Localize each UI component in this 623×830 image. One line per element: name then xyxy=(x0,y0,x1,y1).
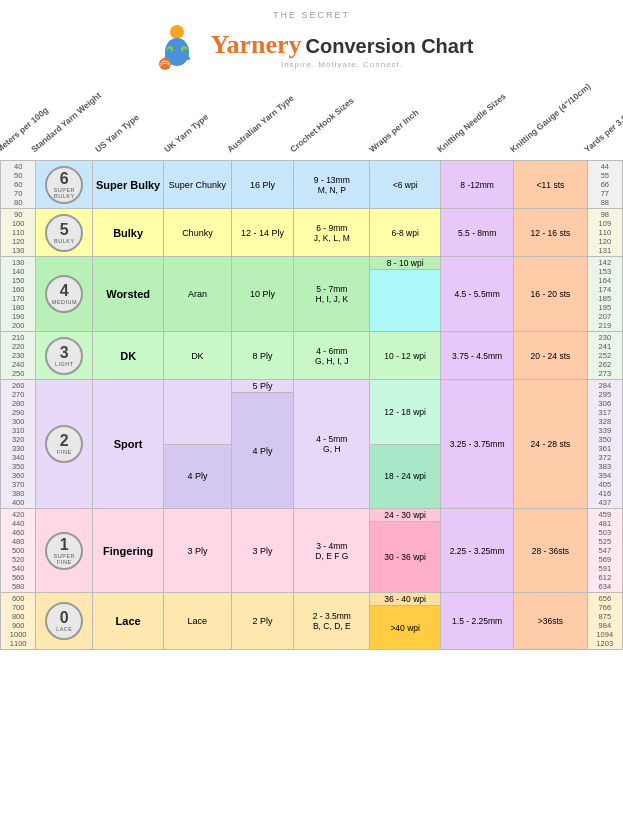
header: THE SECRET Yarnery Conversion Chart xyxy=(0,0,623,82)
icon-sport: 2 FINE xyxy=(36,380,93,509)
svg-point-6 xyxy=(159,58,171,70)
wpi-sp-bottom: 18 - 24 wpi xyxy=(370,444,441,509)
meters-w: 130140150160170180190200 xyxy=(1,257,36,332)
crochet-w: 5 - 7mmH, I, J, K xyxy=(294,257,370,332)
us-yarn-f: Fingering xyxy=(93,509,164,593)
wpi-w2 xyxy=(370,270,441,332)
tagline: Inspire. Motivate. Connect. xyxy=(211,60,474,69)
uk-yarn-f: 3 Ply xyxy=(163,509,231,593)
meters-b: 90100110120130 xyxy=(1,209,36,257)
uk-yarn-l: Lace xyxy=(163,593,231,650)
au-yarn-sp-bottom: 4 Ply xyxy=(231,393,293,509)
needle-dk: 3.75 - 4.5mm xyxy=(440,332,513,380)
wpi-w: 8 - 10 wpi xyxy=(370,257,441,270)
uk-yarn-sb: Super Chunky xyxy=(163,161,231,209)
uk-yarn-sp-top xyxy=(163,380,231,445)
icon-dk: 3 LIGHT xyxy=(36,332,93,380)
yards-w: 142153164174185195207219 xyxy=(587,257,622,332)
meters-f: 420440460480500520540560580 xyxy=(1,509,36,593)
us-yarn-sb: Super Bulky xyxy=(93,161,164,209)
gauge-w: 16 - 20 sts xyxy=(514,257,587,332)
uk-yarn-w: Aran xyxy=(163,257,231,332)
crochet-f: 3 - 4mmD, E F G xyxy=(294,509,370,593)
gauge-b: 12 - 16 sts xyxy=(514,209,587,257)
col-header-uk-yarn: UK Yarn Type xyxy=(159,112,213,160)
crochet-l: 2 - 3.5mmB, C, D, E xyxy=(294,593,370,650)
crochet-sp: 4 - 5mmG, H xyxy=(294,380,370,509)
needle-w: 4.5 - 5.5mm xyxy=(440,257,513,332)
page-wrapper: THE SECRET Yarnery Conversion Chart xyxy=(0,0,623,650)
wpi-dk: 10 - 12 wpi xyxy=(370,332,441,380)
logo-icon xyxy=(150,22,205,77)
gauge-dk: 20 - 24 sts xyxy=(514,332,587,380)
icon-worsted: 4 MEDIUM xyxy=(36,257,93,332)
col-header-us-yarn: US Yarn Type xyxy=(90,112,143,160)
uk-yarn-sp-bottom: 4 Ply xyxy=(163,444,231,509)
au-yarn-l: 2 Ply xyxy=(231,593,293,650)
meters-dk: 210220230240250 xyxy=(1,332,36,380)
wpi-l-bottom: >40 wpi xyxy=(370,606,441,650)
icon-super-bulky: 6 SUPER BULKY xyxy=(36,161,93,209)
meters-l: 60070080090010001100 xyxy=(1,593,36,650)
yards-sb: 4455667788 xyxy=(587,161,622,209)
crochet-b: 6 - 9mmJ, K, L, M xyxy=(294,209,370,257)
yards-sp: 2842953063173283393503613723833944054164… xyxy=(587,380,622,509)
needle-sb: 8 -12mm xyxy=(440,161,513,209)
yards-dk: 230241252262273 xyxy=(587,332,622,380)
wpi-b: 6-8 wpi xyxy=(370,209,441,257)
au-yarn-w: 10 Ply xyxy=(231,257,293,332)
gauge-l: >36sts xyxy=(514,593,587,650)
svg-point-0 xyxy=(170,25,184,39)
wpi-f-bottom: 30 - 36 wpi xyxy=(370,522,441,593)
meters-sp: 2602702802903003103203303403503603703804… xyxy=(1,380,36,509)
the-secret-text: THE SECRET xyxy=(0,10,623,20)
needle-b: 5.5 - 8mm xyxy=(440,209,513,257)
wpi-sp-top: 12 - 18 wpi xyxy=(370,380,441,445)
needle-f: 2.25 - 3.25mm xyxy=(440,509,513,593)
chart-title: Conversion Chart xyxy=(306,35,474,58)
gauge-f: 28 - 36sts xyxy=(514,509,587,593)
us-yarn-l: Lace xyxy=(93,593,164,650)
icon-lace: 0 LACE xyxy=(36,593,93,650)
gauge-sp: 24 - 28 sts xyxy=(514,380,587,509)
icon-fingering: 1 SUPER FINE xyxy=(36,509,93,593)
crochet-sb: 9 - 13mmM, N, P xyxy=(294,161,370,209)
au-yarn-sp-top: 5 Ply xyxy=(231,380,293,393)
us-yarn-b: Bulky xyxy=(93,209,164,257)
needle-sp: 3.25 - 3.75mm xyxy=(440,380,513,509)
icon-bulky: 5 BULKY xyxy=(36,209,93,257)
crochet-dk: 4 - 6mmG, H, I, J xyxy=(294,332,370,380)
meters-sb: 4050607080 xyxy=(1,161,36,209)
us-yarn-sp: Sport xyxy=(93,380,164,509)
wpi-sb: <6 wpi xyxy=(370,161,441,209)
au-yarn-sb: 16 Ply xyxy=(231,161,293,209)
us-yarn-dk: DK xyxy=(93,332,164,380)
col-header-needle: Knitting Needle Sizes xyxy=(432,91,510,160)
gauge-sb: <11 sts xyxy=(514,161,587,209)
brand-name: Yarnery xyxy=(211,30,302,60)
au-yarn-dk: 8 Ply xyxy=(231,332,293,380)
column-headers-container: Meters per 100g Standard Yarn Weight US … xyxy=(0,82,623,160)
yards-b: 98109110120131 xyxy=(587,209,622,257)
yards-l: 65676687598410941203 xyxy=(587,593,622,650)
uk-yarn-dk: DK xyxy=(163,332,231,380)
uk-yarn-b: Chunky xyxy=(163,209,231,257)
wpi-l-top: 36 - 40 wpi xyxy=(370,593,441,606)
needle-l: 1.5 - 2.25mm xyxy=(440,593,513,650)
au-yarn-b: 12 - 14 Ply xyxy=(231,209,293,257)
yards-f: 459481503525547569591612634 xyxy=(587,509,622,593)
wpi-f-top: 24 - 30 wpi xyxy=(370,509,441,522)
col-header-wpi: Wraps per Inch xyxy=(364,107,423,160)
us-yarn-w: Worsted xyxy=(93,257,164,332)
chart-table: 4050607080 6 SUPER BULKY Super Bulky Sup… xyxy=(0,160,623,650)
au-yarn-f: 3 Ply xyxy=(231,509,293,593)
